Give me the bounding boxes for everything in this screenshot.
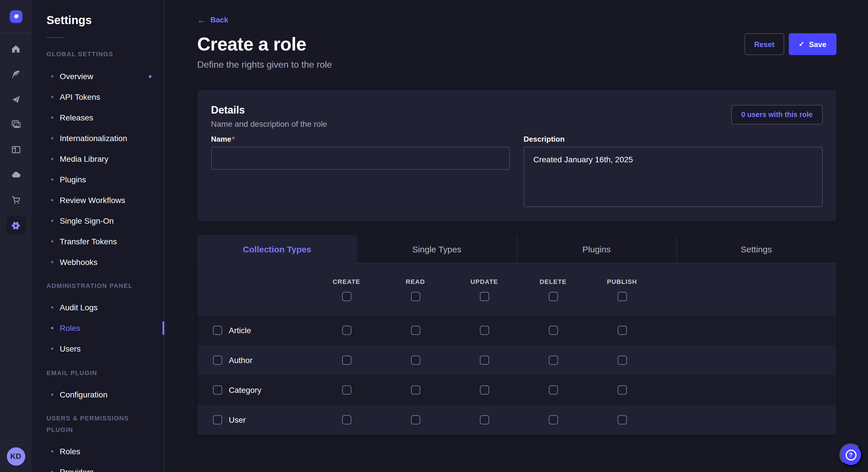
rail-item-cloud[interactable] [0, 162, 32, 188]
back-arrow-icon: ← [197, 15, 206, 24]
paper-plane-icon [11, 94, 21, 104]
bullet-icon [51, 327, 53, 329]
select-all-delete-checkbox[interactable] [549, 292, 558, 301]
select-all-read-checkbox[interactable] [411, 292, 420, 301]
update-checkbox[interactable] [479, 415, 489, 425]
rail-item-paper-plane[interactable] [0, 87, 32, 112]
main-content: ← Back Create a role Reset ✓ Save Define… [165, 0, 868, 472]
settings-subnav: Settings GLOBAL SETTINGS Overview API To… [32, 0, 165, 472]
reset-button[interactable]: Reset [744, 33, 784, 55]
rail-item-pictures[interactable] [0, 112, 32, 137]
delete-checkbox[interactable] [549, 415, 558, 425]
sidebar-item-media-library[interactable]: Media Library [46, 148, 150, 169]
row-label: User [229, 415, 246, 425]
sidebar-item-internationalization[interactable]: Internationalization [46, 128, 150, 148]
global-settings-list: Overview API Tokens Releases Internation… [46, 66, 150, 272]
publish-checkbox[interactable] [617, 356, 627, 365]
rail-item-settings[interactable] [0, 213, 32, 238]
rail-item-home[interactable] [0, 36, 32, 61]
sidebar-item-label: Overview [60, 72, 93, 81]
row-select-checkbox[interactable] [213, 326, 222, 335]
tab-collection-types[interactable]: Collection Types [197, 235, 357, 263]
details-heading: Details [211, 104, 823, 116]
bullet-icon [51, 220, 53, 222]
tab-plugins[interactable]: Plugins [517, 235, 677, 263]
sidebar-item-label: Transfer Tokens [60, 237, 117, 246]
layout-icon [11, 144, 21, 155]
permissions-tabs: Collection Types Single Types Plugins Se… [197, 235, 836, 263]
permissions-panel: CREATE READ UPDATE DELETE PUBLISH [197, 263, 836, 435]
page-header: Create a role Reset ✓ Save [197, 33, 836, 56]
row-select-checkbox[interactable] [213, 415, 222, 425]
sidebar-item-providers[interactable]: Providers [46, 462, 150, 472]
sidebar-item-label: Audit Logs [60, 303, 98, 312]
tab-settings[interactable]: Settings [677, 235, 836, 263]
bullet-icon [51, 306, 53, 308]
sidebar-item-plugins[interactable]: Plugins [46, 169, 150, 190]
table-row-user: User [197, 405, 836, 435]
sidebar-item-roles-admin[interactable]: Roles [46, 318, 150, 338]
delete-checkbox[interactable] [549, 356, 558, 365]
section-label-administration-panel: ADMINISTRATION PANEL [46, 280, 150, 291]
sidebar-item-webhooks[interactable]: Webhooks [46, 252, 150, 272]
sidebar-item-single-sign-on[interactable]: Single Sign-On [46, 210, 150, 231]
select-all-update-checkbox[interactable] [479, 292, 489, 301]
update-checkbox[interactable] [479, 385, 489, 395]
question-mark-icon: ? [845, 449, 856, 460]
create-checkbox[interactable] [342, 415, 351, 425]
read-checkbox[interactable] [411, 326, 420, 335]
strapi-logo[interactable] [9, 10, 22, 23]
read-checkbox[interactable] [411, 356, 420, 365]
publish-checkbox[interactable] [617, 415, 627, 425]
users-with-role-button[interactable]: 0 users with this role [732, 105, 823, 125]
sidebar-item-roles-up[interactable]: Roles [46, 441, 150, 462]
description-textarea[interactable]: Created January 16th, 2025 [524, 147, 823, 207]
help-button[interactable]: ? [839, 443, 862, 466]
rail-item-feather[interactable] [0, 61, 32, 87]
update-checkbox[interactable] [479, 356, 489, 365]
sidebar-item-review-workflows[interactable]: Review Workflows [46, 190, 150, 210]
rail-item-cart[interactable] [0, 188, 32, 213]
user-avatar[interactable]: KD [7, 447, 25, 465]
sidebar-item-overview[interactable]: Overview [46, 66, 150, 87]
permissions-column-labels: CREATE READ UPDATE DELETE PUBLISH [197, 278, 836, 285]
cart-icon [11, 195, 21, 205]
select-all-publish-checkbox[interactable] [617, 292, 627, 301]
sidebar-item-configuration[interactable]: Configuration [46, 384, 150, 405]
bullet-icon [51, 261, 53, 263]
pictures-icon [11, 119, 21, 130]
header-actions: Reset ✓ Save [744, 33, 836, 55]
delete-checkbox[interactable] [549, 326, 558, 335]
tab-single-types[interactable]: Single Types [357, 235, 517, 263]
publish-checkbox[interactable] [617, 326, 627, 335]
sidebar-item-releases[interactable]: Releases [46, 107, 150, 128]
bullet-icon [51, 96, 53, 98]
row-select-checkbox[interactable] [213, 356, 222, 365]
create-checkbox[interactable] [342, 326, 351, 335]
update-checkbox[interactable] [479, 326, 489, 335]
publish-checkbox[interactable] [617, 385, 627, 395]
delete-checkbox[interactable] [549, 385, 558, 395]
permissions-rows: Article Author [197, 315, 836, 435]
sidebar-item-api-tokens[interactable]: API Tokens [46, 87, 150, 107]
page-subtitle: Define the rights given to the role [197, 59, 836, 71]
create-checkbox[interactable] [342, 385, 351, 395]
create-checkbox[interactable] [342, 356, 351, 365]
sidebar-item-label: API Tokens [60, 92, 100, 102]
row-select-checkbox[interactable] [213, 385, 222, 395]
cloud-icon [11, 170, 21, 180]
sidebar-item-transfer-tokens[interactable]: Transfer Tokens [46, 231, 150, 252]
name-input[interactable] [211, 147, 510, 170]
row-label: Author [229, 356, 253, 365]
save-button[interactable]: ✓ Save [789, 33, 836, 55]
sidebar-item-label: Users [60, 344, 81, 353]
read-checkbox[interactable] [411, 415, 420, 425]
users-permissions-list: Roles Providers [46, 441, 150, 472]
select-all-create-checkbox[interactable] [342, 292, 351, 301]
read-checkbox[interactable] [411, 385, 420, 395]
sidebar-item-users[interactable]: Users [46, 338, 150, 359]
bullet-icon [51, 75, 53, 77]
sidebar-item-audit-logs[interactable]: Audit Logs [46, 297, 150, 318]
back-link[interactable]: ← Back [197, 14, 228, 25]
rail-item-layout[interactable] [0, 137, 32, 162]
